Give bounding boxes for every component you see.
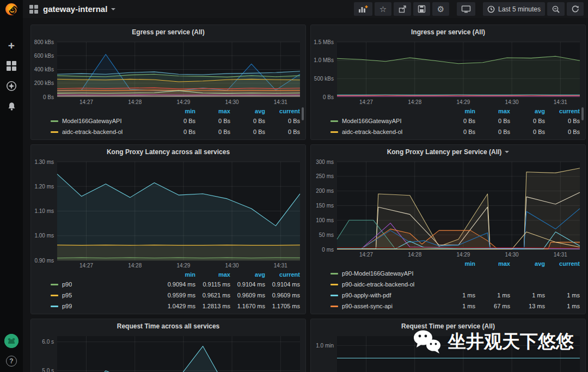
panel-kong-latency-per-service: Kong Proxy Latency per Service (All) 14:… — [310, 144, 586, 314]
tv-icon — [461, 5, 471, 14]
legend-column-header[interactable]: min — [440, 260, 475, 267]
legend-column-header[interactable]: max — [195, 271, 230, 278]
dashboard-icon[interactable] — [29, 5, 38, 14]
svg-text:5.0 s: 5.0 s — [42, 368, 54, 372]
sidebar-item-add[interactable]: + — [5, 40, 17, 52]
legend-column-header[interactable]: current — [265, 108, 300, 114]
legend-column-header[interactable]: min — [161, 271, 195, 278]
time-range-button[interactable]: Last 5 minutes — [483, 2, 545, 16]
legend-column-header[interactable]: max — [475, 260, 510, 267]
user-avatar[interactable] — [4, 334, 19, 348]
series-stat-value: 1.2813 ms — [195, 303, 230, 309]
egress-legend: minmaxavgcurrent Model166GatewayAPI0 Bs0… — [31, 106, 305, 139]
panel-header[interactable]: Request Time per service (All) — [311, 319, 585, 333]
series-label[interactable]: aidc-etrack-backend-ol — [62, 129, 122, 135]
panel-title[interactable]: Request Time per service (All) — [401, 322, 495, 330]
legend-column-header[interactable]: min — [161, 108, 195, 114]
series-stat-value: 0 Bs — [195, 129, 230, 135]
legend-column-header[interactable]: current — [545, 260, 580, 267]
series-label[interactable]: p90-Model166GatewayAPI — [342, 270, 413, 277]
svg-text:0 Bs: 0 Bs — [43, 94, 54, 100]
series-color-dash[interactable] — [330, 120, 338, 122]
series-stat-value: 0 Bs — [510, 129, 545, 135]
legend-column-header[interactable]: avg — [510, 108, 545, 114]
sidebar: + — [0, 0, 23, 372]
sidebar-item-alerting[interactable] — [5, 100, 17, 112]
egress-chart[interactable]: 14:2714:2814:2914:3014:310 Bs200 kBs400 … — [31, 39, 305, 106]
series-label[interactable]: p90 — [62, 281, 72, 288]
legend-column-header[interactable]: max — [475, 108, 510, 114]
help-button[interactable]: ? — [6, 356, 17, 367]
legend-column-header[interactable]: current — [545, 108, 580, 114]
panel-title[interactable]: Kong Proxy Latency across all services — [107, 148, 230, 156]
legend-column-header[interactable]: current — [265, 271, 300, 278]
panel-header[interactable]: Kong Proxy Latency across all services — [31, 145, 305, 158]
sidebar-item-dashboards[interactable] — [5, 60, 17, 72]
series-label[interactable]: Model166GatewayAPI — [342, 118, 401, 124]
series-stat-value: 0.9104 ms — [230, 281, 265, 288]
legend-column-header[interactable]: avg — [230, 108, 265, 114]
svg-text:600 kBs: 600 kBs — [34, 53, 54, 59]
legend-column-header[interactable]: avg — [230, 271, 265, 278]
series-label[interactable]: p90-asset-sync-api — [342, 303, 393, 309]
legend-scrollbar[interactable] — [581, 107, 584, 120]
bell-icon — [7, 101, 17, 112]
legend-column-header[interactable]: max — [195, 108, 230, 114]
save-button[interactable] — [413, 2, 430, 16]
series-label[interactable]: p95 — [62, 292, 72, 298]
panel-title[interactable]: Request Time across all services — [117, 322, 220, 330]
svg-text:1.30 ms: 1.30 ms — [34, 159, 54, 165]
panel-title[interactable]: Egress per service (All) — [132, 28, 204, 36]
legend-header: minmaxavgcurrent — [36, 107, 300, 115]
zoom-out-button[interactable] — [547, 2, 565, 16]
svg-text:200 kBs: 200 kBs — [34, 80, 54, 86]
svg-text:0 ms: 0 ms — [322, 247, 334, 253]
series-label[interactable]: p90-apply-with-pdf — [342, 292, 391, 298]
settings-button[interactable]: ⚙ — [432, 2, 449, 16]
panel-header[interactable]: Ingress per service (All) — [311, 25, 585, 39]
panel-title[interactable]: Kong Proxy Latency per Service (All) — [387, 148, 502, 156]
panel-header[interactable]: Kong Proxy Latency per Service (All) — [311, 145, 585, 158]
series-color-dash[interactable] — [51, 120, 58, 122]
panel-title[interactable]: Ingress per service (All) — [411, 28, 485, 36]
series-color-dash[interactable] — [51, 131, 58, 133]
series-color-dash[interactable] — [330, 131, 338, 133]
series-label[interactable]: Model166GatewayAPI — [62, 118, 121, 124]
dashboard-title[interactable]: gateway-internal — [43, 4, 107, 14]
add-panel-button[interactable] — [354, 2, 372, 16]
request-time-all-chart[interactable]: 14:2714:2814:2914:3014:313.0 s4.0 s5.0 s… — [31, 333, 305, 372]
request-time-per-service-chart[interactable]: 14:2714:2814:2914:3014:3120 s40 s1.0 min — [311, 333, 585, 372]
legend-column-header[interactable]: avg — [510, 260, 545, 267]
refresh-button[interactable] — [567, 2, 584, 16]
series-stat-value: 0 Bs — [475, 118, 510, 124]
series-color-dash[interactable] — [51, 306, 58, 307]
series-color-dash[interactable] — [330, 284, 338, 285]
ingress-chart[interactable]: 14:2714:2814:2914:3014:310 Bs500 kBs1.0 … — [311, 39, 585, 106]
kong-latency-per-service-chart[interactable]: 14:2714:2814:2914:3014:310 ms50 ms100 ms… — [311, 158, 585, 258]
legend-scrollbar[interactable] — [302, 107, 304, 120]
star-button[interactable]: ☆ — [375, 2, 391, 16]
series-label[interactable]: p99 — [62, 303, 72, 309]
series-stat-value: 13 ms — [510, 303, 545, 309]
series-label[interactable]: aidc-etrack-backend-ol — [342, 129, 402, 135]
series-color-dash[interactable] — [330, 273, 338, 275]
legend-row: p90-aidc-etrack-backend-ol — [316, 279, 580, 290]
series-color-dash[interactable] — [330, 295, 338, 296]
series-color-dash[interactable] — [51, 284, 58, 285]
grafana-logo[interactable] — [0, 0, 23, 18]
svg-text:14:29: 14:29 — [176, 99, 190, 105]
tv-mode-button[interactable] — [457, 2, 475, 16]
series-color-dash[interactable] — [330, 306, 338, 307]
kong-latency-all-chart[interactable]: 14:2714:2814:2914:3014:310.90 ms1.00 ms1… — [31, 158, 305, 269]
panel-request-time-all: Request Time across all services 14:2714… — [30, 319, 306, 372]
legend-column-header[interactable]: min — [440, 108, 475, 114]
share-button[interactable] — [394, 2, 411, 16]
panel-header[interactable]: Egress per service (All) — [31, 25, 305, 39]
chevron-down-icon[interactable] — [111, 8, 115, 10]
panel-header[interactable]: Request Time across all services — [31, 319, 305, 333]
sidebar-item-explore[interactable] — [5, 80, 17, 92]
series-color-dash[interactable] — [51, 295, 58, 296]
series-label[interactable]: p90-aidc-etrack-backend-ol — [342, 281, 414, 288]
svg-text:400 kBs: 400 kBs — [34, 66, 54, 72]
legend-row: aidc-etrack-backend-ol0 Bs0 Bs0 Bs0 Bs — [316, 126, 580, 137]
